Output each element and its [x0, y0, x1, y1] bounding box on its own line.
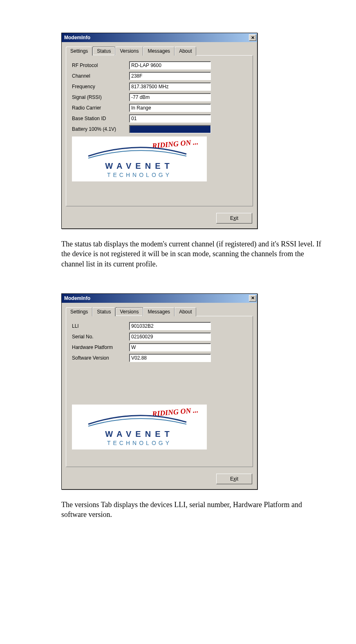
- tab-panel: LLI 901032B2 Serial No. 02160029 Hardwar…: [66, 316, 253, 467]
- label-battery: Battery 100% (4.1V): [72, 126, 129, 132]
- field-serial[interactable]: 02160029: [129, 333, 211, 341]
- row-lli: LLI 901032B2: [72, 322, 247, 330]
- titlebar: ModemInfo ✕: [62, 294, 257, 303]
- label-radio-carrier: Radio Carrier: [72, 105, 129, 111]
- field-frequency[interactable]: 817.387500 MHz: [129, 83, 211, 91]
- row-frequency: Frequency 817.387500 MHz: [72, 83, 247, 91]
- exit-button[interactable]: Exit: [216, 474, 252, 484]
- close-button[interactable]: ✕: [249, 295, 256, 302]
- label-lli: LLI: [72, 323, 129, 329]
- logo-sub-text: TECHNOLOGY: [107, 172, 172, 178]
- row-radio-carrier: Radio Carrier In Range: [72, 104, 247, 112]
- button-row: Exit: [62, 471, 257, 489]
- tab-settings[interactable]: Settings: [66, 307, 92, 316]
- tab-settings[interactable]: Settings: [66, 47, 92, 56]
- tab-status[interactable]: Status: [92, 47, 115, 56]
- wave-icon: [84, 144, 190, 160]
- tab-status[interactable]: Status: [92, 307, 115, 316]
- field-software[interactable]: V02.88: [129, 354, 211, 362]
- row-rf-protocol: RF Protocol RD-LAP 9600: [72, 61, 247, 69]
- field-rf-protocol[interactable]: RD-LAP 9600: [129, 61, 211, 69]
- tab-panel: RF Protocol RD-LAP 9600 Channel 238F Fre…: [66, 55, 253, 206]
- row-hardware: Hardware Platform W: [72, 343, 247, 351]
- close-icon: ✕: [251, 36, 255, 40]
- field-signal[interactable]: -77 dBm: [129, 93, 211, 101]
- tab-bar: Settings Status Versions Messages About: [66, 46, 253, 55]
- logo-main-text: WAVENET: [105, 429, 173, 439]
- tab-messages[interactable]: Messages: [143, 47, 175, 56]
- label-hardware: Hardware Platform: [72, 344, 129, 350]
- tab-messages[interactable]: Messages: [143, 307, 175, 316]
- row-signal: Signal (RSSI) -77 dBm: [72, 93, 247, 101]
- paragraph-status-desc: The status tab displays the modem's curr…: [61, 239, 323, 269]
- tab-about[interactable]: About: [175, 307, 196, 316]
- modeminfo-window-versions: ModemInfo ✕ Settings Status Versions Mes…: [61, 293, 257, 490]
- logo-sub-text: TECHNOLOGY: [107, 440, 172, 446]
- window-title: ModemInfo: [64, 35, 90, 40]
- close-icon: ✕: [251, 296, 255, 300]
- exit-button[interactable]: Exit: [216, 213, 252, 224]
- modeminfo-window-status: ModemInfo ✕ Settings Status Versions Mes…: [61, 33, 257, 229]
- row-channel: Channel 238F: [72, 72, 247, 80]
- field-lli[interactable]: 901032B2: [129, 322, 211, 330]
- tab-versions[interactable]: Versions: [115, 307, 143, 316]
- tab-versions[interactable]: Versions: [115, 47, 143, 56]
- tab-about[interactable]: About: [175, 47, 196, 56]
- label-rf-protocol: RF Protocol: [72, 63, 129, 68]
- row-battery: Battery 100% (4.1V): [72, 125, 247, 133]
- field-channel[interactable]: 238F: [129, 72, 211, 80]
- row-software: Software Version V02.88: [72, 354, 247, 362]
- field-hardware[interactable]: W: [129, 343, 211, 351]
- label-software: Software Version: [72, 355, 129, 361]
- label-serial: Serial No.: [72, 334, 129, 340]
- label-channel: Channel: [72, 73, 129, 79]
- row-base-station: Base Station ID 01: [72, 114, 247, 123]
- button-row: Exit: [62, 210, 257, 228]
- logo-area: RIDING ON ... WAVENET TECHNOLOGY: [72, 136, 207, 181]
- row-serial: Serial No. 02160029: [72, 333, 247, 341]
- field-radio-carrier[interactable]: In Range: [129, 104, 211, 112]
- field-battery: [129, 125, 211, 133]
- field-base-station[interactable]: 01: [129, 114, 211, 123]
- close-button[interactable]: ✕: [249, 34, 256, 41]
- window-title: ModemInfo: [64, 295, 90, 301]
- titlebar: ModemInfo ✕: [62, 33, 257, 42]
- wave-icon: [84, 412, 190, 428]
- logo-main-text: WAVENET: [105, 161, 173, 171]
- label-base-station: Base Station ID: [72, 116, 129, 121]
- tab-bar: Settings Status Versions Messages About: [66, 307, 253, 316]
- logo-area: RIDING ON ... WAVENET TECHNOLOGY: [72, 405, 207, 449]
- paragraph-versions-desc: The versions Tab displays the devices LL…: [61, 500, 323, 520]
- label-frequency: Frequency: [72, 84, 129, 89]
- label-signal: Signal (RSSI): [72, 94, 129, 100]
